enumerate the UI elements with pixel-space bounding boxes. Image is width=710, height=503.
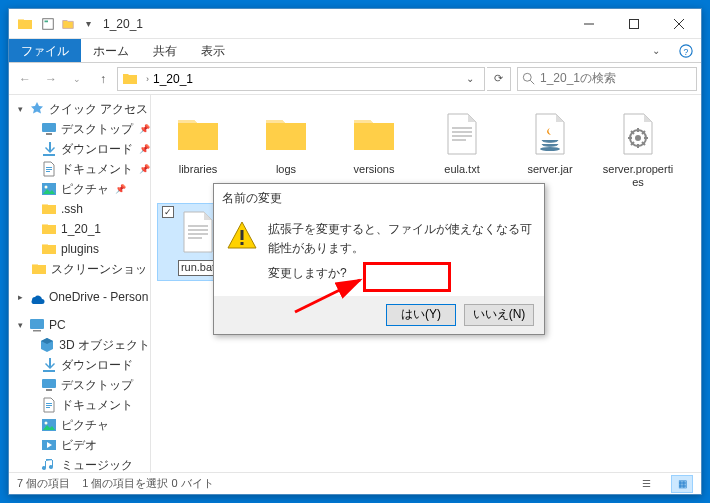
sidebar-item[interactable]: ダウンロード [9,355,150,375]
close-button[interactable] [656,9,701,39]
file-name: server.properties [600,162,676,190]
sidebar-item[interactable]: 1_20_1 [9,219,150,239]
folder-icon [17,16,33,32]
path-dropdown-icon[interactable]: ⌄ [460,73,480,84]
picture-icon [41,181,57,197]
tab-file[interactable]: ファイル [9,39,81,62]
status-selection: 1 個の項目を選択 0 バイト [82,476,213,491]
svg-rect-11 [46,133,52,135]
document-icon [41,397,57,413]
quick-access-toolbar: ▾ [39,15,97,33]
sidebar-item-label: ピクチャ [61,181,109,198]
sidebar-item-label: クイック アクセス [49,101,148,118]
refresh-button[interactable]: ⟳ [487,67,511,91]
tab-home[interactable]: ホーム [81,39,141,62]
qat-properties-icon[interactable] [39,15,57,33]
checkbox-icon[interactable]: ✓ [162,206,174,218]
sidebar[interactable]: ▾クイック アクセスデスクトップ📌ダウンロード📌ドキュメント📌ピクチャ📌.ssh… [9,95,151,472]
svg-point-30 [635,135,641,141]
sidebar-item-label: .ssh [61,202,83,216]
file-name: logs [275,162,297,177]
file-item[interactable]: eula.txt [421,105,503,195]
yes-button[interactable]: はい(Y) [386,304,456,326]
folder-icon [41,201,57,217]
view-details-button[interactable]: ☰ [635,475,657,493]
sidebar-item[interactable]: デスクトップ [9,375,150,395]
file-item[interactable]: server.jar [509,105,591,195]
path-segment[interactable]: 1_20_1 [153,72,193,86]
svg-rect-3 [629,19,638,28]
pin-icon: 📌 [139,124,150,134]
nav-forward-button[interactable]: → [39,67,63,91]
file-item[interactable]: versions [333,105,415,195]
minimize-button[interactable] [566,9,611,39]
search-icon [522,72,536,86]
nav-back-button[interactable]: ← [13,67,37,91]
sidebar-item[interactable]: 3D オブジェクト [9,335,150,355]
pc-icon [29,317,45,333]
folder-icon [262,110,310,158]
tree-arrow-icon: ▸ [15,292,25,302]
sidebar-item[interactable]: ▸OneDrive - Person [9,287,150,307]
download-icon [41,357,57,373]
sidebar-item[interactable]: ビデオ [9,435,150,455]
tree-arrow-icon: ▾ [15,104,25,114]
sidebar-item[interactable]: ドキュメント [9,395,150,415]
document-icon [41,161,57,177]
dialog-line1: 拡張子を変更すると、ファイルが使えなくなる可能性があります。 [268,220,532,258]
picture-icon [41,417,57,433]
tab-view[interactable]: 表示 [189,39,237,62]
search-input[interactable]: 1_20_1の検索 [517,67,697,91]
sidebar-item[interactable]: .ssh [9,199,150,219]
sidebar-item[interactable]: ▾PC [9,315,150,335]
sidebar-item[interactable]: ダウンロード📌 [9,139,150,159]
help-icon[interactable]: ? [671,39,701,62]
sidebar-item[interactable]: plugins [9,239,150,259]
sidebar-item[interactable]: デスクトップ📌 [9,119,150,139]
tab-share[interactable]: 共有 [141,39,189,62]
pin-icon: 📌 [139,164,150,174]
qat-new-folder-icon[interactable] [59,15,77,33]
video-icon [41,437,57,453]
svg-text:?: ? [684,46,689,56]
folder-icon [174,110,222,158]
maximize-button[interactable] [611,9,656,39]
sidebar-item[interactable]: スクリーンショット [9,259,150,279]
view-icons-button[interactable]: ▦ [671,475,693,493]
sidebar-item[interactable]: ピクチャ📌 [9,179,150,199]
status-count: 7 個の項目 [17,476,70,491]
svg-rect-31 [241,230,244,240]
nav-recent-dropdown[interactable]: ⌄ [65,67,89,91]
window-title: 1_20_1 [103,17,143,31]
nav-up-button[interactable]: ↑ [91,67,115,91]
address-path[interactable]: › 1_20_1 ⌄ [117,67,485,91]
no-button[interactable]: いいえ(N) [464,304,534,326]
chevron-right-icon[interactable]: › [142,74,153,84]
svg-rect-10 [42,123,56,132]
sidebar-item[interactable]: ▾クイック アクセス [9,99,150,119]
onedrive-icon [29,289,45,305]
sidebar-item-label: ミュージック [61,457,133,473]
qat-dropdown-icon[interactable]: ▾ [79,15,97,33]
folder-icon [41,221,57,237]
file-item[interactable]: libraries [157,105,239,195]
desktop-icon [41,377,57,393]
conf-icon [614,110,662,158]
sidebar-item[interactable]: ミュージック [9,455,150,472]
folder-icon [41,241,57,257]
sidebar-item[interactable]: ドキュメント📌 [9,159,150,179]
file-item[interactable]: logs [245,105,327,195]
music-icon [41,457,57,472]
file-item[interactable]: server.properties [597,105,679,195]
svg-rect-12 [43,154,55,156]
svg-rect-16 [33,330,41,332]
star-icon [29,101,45,117]
sidebar-item-label: PC [49,318,66,332]
file-name: libraries [178,162,219,177]
ribbon: ファイル ホーム 共有 表示 ⌄ ? [9,39,701,63]
dialog-buttons: はい(Y) いいえ(N) [214,296,544,334]
ribbon-expand-icon[interactable]: ⌄ [641,39,671,62]
file-name: versions [353,162,396,177]
svg-rect-0 [43,18,54,29]
sidebar-item[interactable]: ピクチャ [9,415,150,435]
